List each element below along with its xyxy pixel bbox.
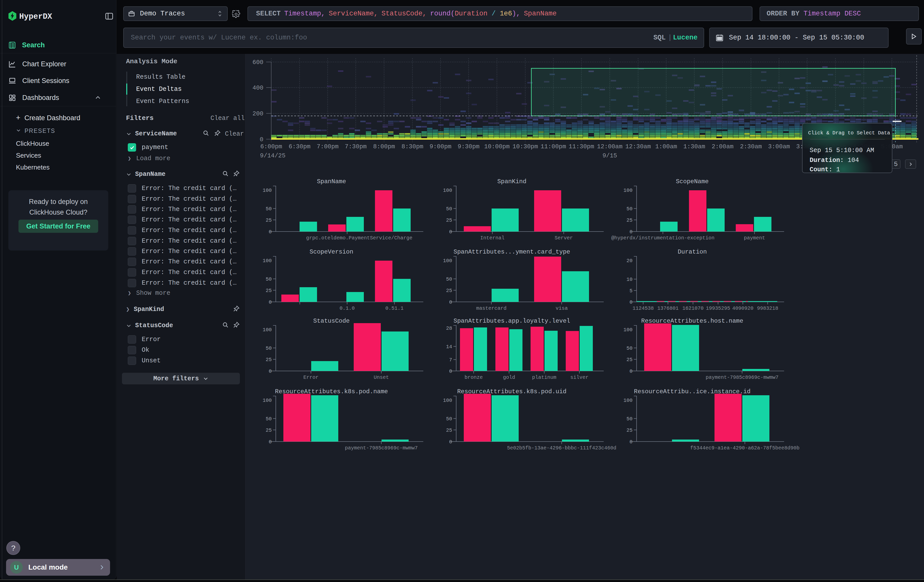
svg-text:100: 100 xyxy=(262,397,272,403)
svg-text:50: 50 xyxy=(446,276,452,282)
svg-text:9/14/25: 9/14/25 xyxy=(260,152,285,159)
svg-text:25: 25 xyxy=(627,427,632,433)
svg-text:bronze: bronze xyxy=(465,374,483,380)
svg-text:28: 28 xyxy=(446,325,452,331)
svg-text:0.51.1: 0.51.1 xyxy=(385,305,404,311)
svg-text:0: 0 xyxy=(629,439,632,445)
svg-text:0: 0 xyxy=(269,368,272,374)
svg-text:2:00am: 2:00am xyxy=(712,143,733,150)
svg-text:50: 50 xyxy=(446,206,452,212)
svg-text:25: 25 xyxy=(627,218,632,223)
svg-text:0: 0 xyxy=(449,368,452,374)
svg-text:10:00pm: 10:00pm xyxy=(484,143,510,150)
svg-text:SpanKind: SpanKind xyxy=(497,178,526,185)
svg-text:12:00am: 12:00am xyxy=(597,143,623,150)
svg-text:50: 50 xyxy=(266,276,272,282)
svg-text:12:30am: 12:30am xyxy=(625,143,651,150)
svg-text:25: 25 xyxy=(266,427,272,433)
svg-text:Duration: Duration xyxy=(678,249,707,256)
svg-text:1124538: 1124538 xyxy=(632,305,654,311)
svg-text:25: 25 xyxy=(266,357,272,363)
svg-text:25: 25 xyxy=(446,427,452,433)
svg-text:11:30pm: 11:30pm xyxy=(569,143,594,150)
svg-text:0: 0 xyxy=(629,368,632,374)
svg-text:7:30pm: 7:30pm xyxy=(345,143,366,150)
svg-text:400: 400 xyxy=(252,84,263,91)
svg-text:mastercard: mastercard xyxy=(476,305,507,311)
svg-text:10:30pm: 10:30pm xyxy=(513,143,538,150)
svg-text:0: 0 xyxy=(269,439,272,445)
svg-text:2:30am: 2:30am xyxy=(740,143,762,150)
svg-text:25: 25 xyxy=(446,288,452,293)
svg-text:5: 5 xyxy=(629,288,632,294)
svg-text:50: 50 xyxy=(446,416,452,422)
svg-text:8:00pm: 8:00pm xyxy=(373,143,395,150)
svg-text:100: 100 xyxy=(624,327,632,333)
svg-text:0: 0 xyxy=(269,299,272,305)
svg-text:200: 200 xyxy=(252,110,263,117)
svg-text:1376801: 1376801 xyxy=(657,305,678,311)
svg-text:9:30pm: 9:30pm xyxy=(458,143,479,150)
svg-text:0: 0 xyxy=(269,229,272,235)
svg-text:50: 50 xyxy=(627,345,632,351)
svg-text:ScopeVersion: ScopeVersion xyxy=(310,249,353,256)
svg-text:gold: gold xyxy=(503,374,515,380)
svg-text:50: 50 xyxy=(627,206,632,212)
svg-text:@hyperdx/instrumentation-excep: @hyperdx/instrumentation-exception xyxy=(611,235,714,241)
svg-text:19935295: 19935295 xyxy=(706,305,730,311)
svg-text:50: 50 xyxy=(627,416,632,422)
svg-text:100: 100 xyxy=(443,188,452,193)
svg-text:14: 14 xyxy=(446,344,452,350)
svg-text:SpanName: SpanName xyxy=(317,178,346,185)
svg-text:f5344ec9-a1ea-4290-a62a-78f5be: f5344ec9-a1ea-4290-a62a-78f5bee8d90b xyxy=(690,445,800,451)
svg-text:SpanAttributes.app.loyalty.lev: SpanAttributes.app.loyalty.level xyxy=(454,318,570,325)
svg-text:100: 100 xyxy=(624,188,632,193)
svg-text:9:00pm: 9:00pm xyxy=(430,143,451,150)
svg-text:payment-7985c8969c-mwmw7: payment-7985c8969c-mwmw7 xyxy=(706,374,779,380)
svg-text:platinum: platinum xyxy=(532,374,556,380)
svg-text:0: 0 xyxy=(629,229,632,235)
svg-text:payment-7985c8969c-mwmw7: payment-7985c8969c-mwmw7 xyxy=(345,445,418,451)
svg-text:20: 20 xyxy=(627,258,632,264)
svg-text:0: 0 xyxy=(449,439,452,445)
svg-text:visa: visa xyxy=(556,305,568,311)
svg-text:50: 50 xyxy=(266,206,272,212)
svg-text:StatusCode: StatusCode xyxy=(313,318,350,325)
svg-text:1:00am: 1:00am xyxy=(655,143,677,150)
svg-text:6:30pm: 6:30pm xyxy=(289,143,310,150)
svg-text:50: 50 xyxy=(266,345,272,351)
svg-text:0: 0 xyxy=(629,299,632,305)
svg-text:grpc.oteldemo.PaymentService/C: grpc.oteldemo.PaymentService/Charge xyxy=(306,235,412,241)
svg-text:0: 0 xyxy=(449,229,452,235)
svg-text:silver: silver xyxy=(570,374,589,380)
svg-text:3:00am: 3:00am xyxy=(768,143,790,150)
svg-text:0: 0 xyxy=(449,299,452,305)
svg-text:100: 100 xyxy=(443,258,452,264)
svg-text:100: 100 xyxy=(624,397,632,403)
svg-text:9983218: 9983218 xyxy=(757,305,778,311)
svg-text:0: 0 xyxy=(260,136,263,143)
svg-text:Error: Error xyxy=(304,374,318,380)
svg-text:Internal: Internal xyxy=(480,235,505,241)
svg-text:50: 50 xyxy=(266,416,272,422)
svg-text:7:00pm: 7:00pm xyxy=(317,143,338,150)
svg-text:4090920: 4090920 xyxy=(732,305,754,311)
svg-text:6:00pm: 6:00pm xyxy=(260,143,282,150)
svg-text:8:30pm: 8:30pm xyxy=(401,143,423,150)
svg-text:SpanAttributes...yment.card_ty: SpanAttributes...yment.card_type xyxy=(454,249,570,256)
svg-text:25: 25 xyxy=(446,218,452,223)
svg-text:Unset: Unset xyxy=(374,374,389,380)
svg-text:Server: Server xyxy=(554,235,573,241)
svg-text:11:00pm: 11:00pm xyxy=(541,143,566,150)
svg-text:1:30am: 1:30am xyxy=(683,143,705,150)
svg-text:0.1.0: 0.1.0 xyxy=(340,305,355,311)
svg-text:ScopeName: ScopeName xyxy=(676,178,709,185)
svg-text:5e02b5fb-13ae-4296-bbbc-111f42: 5e02b5fb-13ae-4296-bbbc-111f423c460d xyxy=(507,445,616,451)
svg-text:1621070: 1621070 xyxy=(682,305,704,311)
svg-text:25: 25 xyxy=(266,218,272,223)
svg-text:25: 25 xyxy=(627,357,632,363)
svg-text:7: 7 xyxy=(449,357,452,363)
svg-text:ResourceAttributes.host.name: ResourceAttributes.host.name xyxy=(641,318,743,325)
svg-text:100: 100 xyxy=(262,327,272,333)
svg-text:100: 100 xyxy=(443,397,452,403)
